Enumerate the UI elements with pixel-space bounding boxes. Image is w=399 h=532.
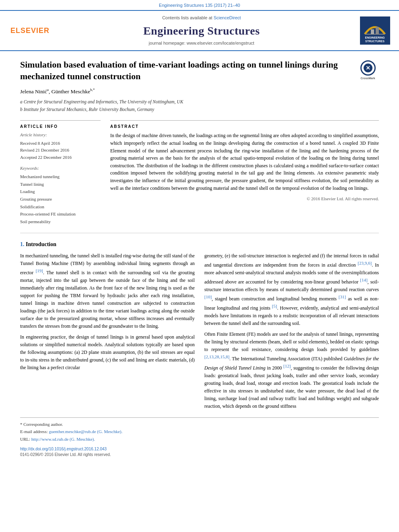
keywords-label: Keywords: xyxy=(20,165,101,171)
section-number: 1. xyxy=(20,241,25,247)
crossmark-inner: ✕ xyxy=(364,64,372,72)
intro-para-2: In engineering practice, the design of t… xyxy=(20,333,195,372)
journal-title-area: Contents lists available at ScienceDirec… xyxy=(52,15,351,46)
affil-b-super: b,* xyxy=(90,88,95,92)
elsevier-wordmark: ELSEVIER xyxy=(10,26,49,36)
received-date: Received 8 April 2016 xyxy=(20,140,101,147)
revised-date: Revised 21 December 2016 xyxy=(20,147,101,154)
crossmark-label: CrossMark xyxy=(360,76,375,80)
footnote-section: * Corresponding author. E-mail address: … xyxy=(20,417,379,443)
sciencedirect-link[interactable]: ScienceDirect xyxy=(214,15,241,20)
journal-homepage: journal homepage: www.elsevier.com/locat… xyxy=(52,40,351,46)
ref-23-9-6: [23,9,6] xyxy=(358,261,372,265)
accepted-date: Accepted 22 December 2016 xyxy=(20,154,101,161)
journal-name: Engineering Structures xyxy=(52,23,351,39)
body-left-column: In mechanized tunneling, the tunnel shel… xyxy=(20,252,195,413)
keywords-section: Keywords: Mechanized tunneling Tunnel li… xyxy=(20,165,101,226)
main-content-area: Simulation based evaluation of time-vari… xyxy=(0,51,399,466)
keyword-4: Grouting pressure xyxy=(20,195,101,203)
footer-doi: http://dx.doi.org/10.1016/j.engstruct.20… xyxy=(20,446,379,452)
article-history-label: Article history: xyxy=(20,132,101,138)
footnote-url: URL: http://www.sd.rub.de (G. Meschke). xyxy=(20,436,379,443)
footnote-corresponding: * Corresponding author. xyxy=(20,421,379,428)
section-name: Introduction xyxy=(26,241,56,247)
es-logo-text: ENGINEERINGSTRUCTURES xyxy=(365,36,385,43)
ref-10: [10] xyxy=(204,294,212,299)
ref-2-13-28: [2,13,28,15,8] xyxy=(204,354,229,359)
abstract-text: In the design of machine driven tunnels,… xyxy=(110,132,379,192)
body-right-column: geometry, (e) the soil-structure interac… xyxy=(204,252,379,413)
email-link[interactable]: guenther.meschke@rub.de (G. Meschke). xyxy=(49,429,122,434)
keyword-7: Soil permeability xyxy=(20,218,101,226)
intro-para-1: In mechanized tunneling, the tunnel shel… xyxy=(20,252,195,330)
abstract-copyright: © 2016 Elsevier Ltd. All rights reserved… xyxy=(110,196,379,202)
body-two-column: In mechanized tunneling, the tunnel shel… xyxy=(20,252,379,413)
es-logo-image: ENGINEERINGSTRUCTURES xyxy=(360,16,390,45)
authors-line: Jelena Ninića, Günther Meschkeb,* xyxy=(20,87,379,95)
engineering-structures-logo: ENGINEERINGSTRUCTURES xyxy=(359,16,391,45)
keyword-2: Tunnel lining xyxy=(20,181,101,188)
es-logo-svg xyxy=(363,18,387,36)
ita-publication: Guidelines for the Design of Shield Tunn… xyxy=(204,356,379,371)
journal-reference: Engineering Structures 135 (2017) 21–40 xyxy=(0,0,399,10)
footnote-email: E-mail address: guenther.meschke@rub.de … xyxy=(20,428,379,435)
ref-19: [19] xyxy=(36,268,43,273)
journal-header: ELSEVIER Contents lists available at Sci… xyxy=(0,10,399,51)
crossmark-badge[interactable]: ✕ CrossMark xyxy=(357,59,379,81)
svg-rect-7 xyxy=(376,27,379,34)
footer-issn: 0141-0296/© 2016 Elsevier Ltd. All right… xyxy=(20,452,379,458)
section-divider xyxy=(20,233,379,233)
abstract-header: ABSTRACT xyxy=(110,124,379,129)
article-title: Simulation based evaluation of time-vari… xyxy=(20,59,379,82)
footer: http://dx.doi.org/10.1016/j.engstruct.20… xyxy=(20,446,379,458)
ref-12: [12] xyxy=(284,364,291,368)
article-info-column: ARTICLE INFO Article history: Received 8… xyxy=(20,120,101,225)
doi-link[interactable]: http://dx.doi.org/10.1016/j.engstruct.20… xyxy=(20,447,107,451)
abstract-column: ABSTRACT In the design of machine driven… xyxy=(110,120,379,225)
crossmark-icon: ✕ xyxy=(366,64,370,72)
keyword-3: Loading xyxy=(20,188,101,195)
intro-para-3: geometry, (e) the soil-structure interac… xyxy=(204,252,379,327)
affiliations: a Centre for Structural Engineering and … xyxy=(20,99,379,113)
keyword-6: Process-oriented FE simulation xyxy=(20,210,101,218)
svg-rect-6 xyxy=(371,29,374,34)
affil-a-super: a xyxy=(47,88,49,92)
article-info-header: ARTICLE INFO xyxy=(20,124,101,129)
info-abstract-section: ARTICLE INFO Article history: Received 8… xyxy=(20,120,379,225)
crossmark-circle: ✕ xyxy=(360,60,376,76)
intro-section-title: 1. Introduction xyxy=(20,240,379,249)
ref-31: [31] xyxy=(339,294,346,299)
url-link[interactable]: http://www.sd.rub.de (G. Meschke). xyxy=(31,437,95,442)
ref-14: [14] xyxy=(360,277,367,282)
intro-para-4: Often Finite Element (FE) models are use… xyxy=(204,331,379,410)
contents-available-text: Contents lists available at ScienceDirec… xyxy=(52,15,351,21)
affiliation-b: b Institute for Structural Mechanics, Ru… xyxy=(20,106,379,113)
elsevier-logo: ELSEVIER xyxy=(8,24,44,37)
keyword-5: Solidification xyxy=(20,203,101,211)
ref-5: [5] xyxy=(272,304,277,308)
keyword-1: Mechanized tunneling xyxy=(20,173,101,181)
affiliation-a: a Centre for Structural Engineering and … xyxy=(20,99,379,105)
